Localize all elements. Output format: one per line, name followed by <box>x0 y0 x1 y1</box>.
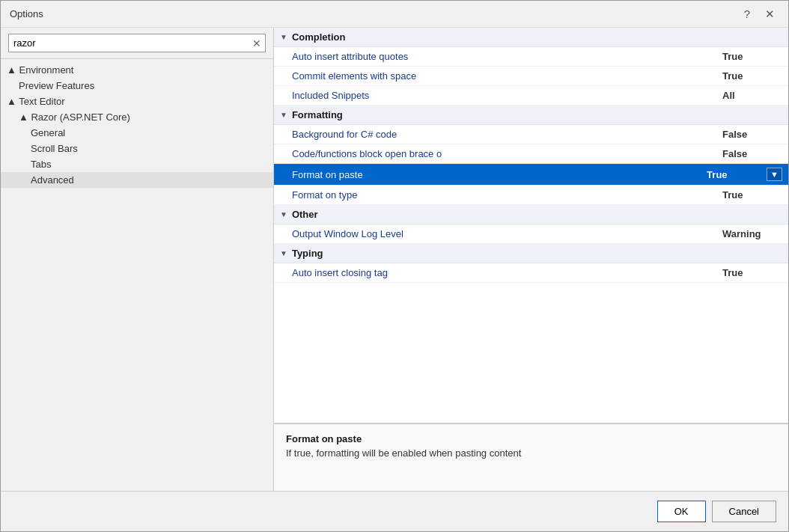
options-dialog: Options ? ✕ ✕ ▲ EnvironmentPreview Featu… <box>0 0 789 532</box>
close-button[interactable]: ✕ <box>761 7 779 21</box>
tree: ▲ EnvironmentPreview Features▲ Text Edit… <box>1 59 273 491</box>
ok-button[interactable]: OK <box>657 501 706 522</box>
tree-item[interactable]: Scroll Bars <box>1 141 273 156</box>
setting-value: True <box>722 51 782 62</box>
setting-name: Format on paste <box>292 169 707 180</box>
setting-name: Output Window Log Level <box>292 228 722 239</box>
section-header-typing[interactable]: ▼Typing <box>274 244 788 263</box>
search-box-wrap: ✕ <box>1 28 273 59</box>
search-clear-button[interactable]: ✕ <box>252 37 261 49</box>
description-title: Format on paste <box>286 433 776 444</box>
right-panel: ▼CompletionAuto insert attribute quotesT… <box>274 28 788 491</box>
setting-row[interactable]: Format on pasteTrue▼ <box>274 164 788 186</box>
section-label: Completion <box>292 31 346 43</box>
setting-row[interactable]: Format on typeTrue <box>274 186 788 205</box>
setting-value: All <box>722 90 782 101</box>
setting-row[interactable]: Included SnippetsAll <box>274 86 788 106</box>
setting-name: Included Snippets <box>292 90 722 101</box>
dropdown-arrow-button[interactable]: ▼ <box>767 168 782 181</box>
section-label: Typing <box>292 248 323 259</box>
tree-item[interactable]: General <box>1 125 273 141</box>
section-arrow: ▼ <box>280 210 287 218</box>
setting-value: True <box>722 70 782 82</box>
section-header-completion[interactable]: ▼Completion <box>274 28 788 47</box>
dialog-title: Options <box>10 8 43 19</box>
setting-name: Auto insert attribute quotes <box>292 51 722 62</box>
setting-value: Warning <box>722 228 782 239</box>
description-panel: Format on paste If true, formatting will… <box>274 424 788 491</box>
title-bar: Options ? ✕ <box>1 1 788 28</box>
dialog-footer: OK Cancel <box>1 491 788 531</box>
setting-value: True <box>722 267 782 278</box>
setting-name: Format on type <box>292 189 722 201</box>
section-arrow: ▼ <box>280 33 287 41</box>
setting-name: Commit elements with space <box>292 70 722 82</box>
setting-row[interactable]: Auto insert closing tagTrue <box>274 263 788 283</box>
description-text: If true, formatting will be enabled when… <box>286 447 776 459</box>
search-wrap: ✕ <box>8 34 266 52</box>
title-bar-controls: ? ✕ <box>740 7 779 21</box>
tree-item[interactable]: ▲ Text Editor <box>1 94 273 109</box>
setting-row[interactable]: Output Window Log LevelWarning <box>274 224 788 244</box>
section-arrow: ▼ <box>280 111 287 119</box>
search-input[interactable] <box>8 34 266 52</box>
setting-value: True <box>722 189 782 201</box>
setting-value: False <box>722 129 782 140</box>
setting-name: Background for C# code <box>292 129 722 140</box>
left-panel: ✕ ▲ EnvironmentPreview Features▲ Text Ed… <box>1 28 274 491</box>
setting-row[interactable]: Commit elements with spaceTrue <box>274 67 788 86</box>
setting-value: False <box>722 148 782 159</box>
tree-item[interactable]: Preview Features <box>1 78 273 94</box>
section-header-formatting[interactable]: ▼Formatting <box>274 106 788 125</box>
section-label: Formatting <box>292 109 343 120</box>
help-button[interactable]: ? <box>740 7 755 21</box>
setting-value: True <box>707 169 767 180</box>
tree-item[interactable]: Advanced <box>1 172 273 188</box>
tree-item[interactable]: ▲ Environment <box>1 62 273 78</box>
setting-name: Auto insert closing tag <box>292 267 722 278</box>
section-header-other[interactable]: ▼Other <box>274 205 788 224</box>
setting-row[interactable]: Background for C# codeFalse <box>274 125 788 144</box>
tree-item[interactable]: ▲ Razor (ASP.NET Core) <box>1 109 273 125</box>
setting-row[interactable]: Code/functions block open brace oFalse <box>274 144 788 164</box>
setting-name: Code/functions block open brace o <box>292 148 722 159</box>
section-arrow: ▼ <box>280 249 287 257</box>
section-label: Other <box>292 209 318 220</box>
setting-row[interactable]: Auto insert attribute quotesTrue <box>274 47 788 67</box>
settings-area: ▼CompletionAuto insert attribute quotesT… <box>274 28 788 424</box>
tree-item[interactable]: Tabs <box>1 156 273 172</box>
cancel-button[interactable]: Cancel <box>712 501 776 522</box>
dialog-content: ✕ ▲ EnvironmentPreview Features▲ Text Ed… <box>1 28 788 491</box>
